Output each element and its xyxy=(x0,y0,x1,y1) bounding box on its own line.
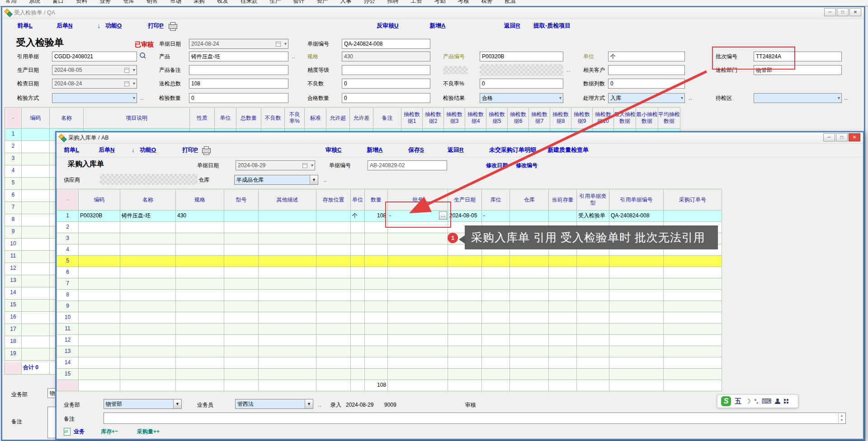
column-header[interactable]: 总数量 xyxy=(236,107,261,129)
punctuation-icon[interactable]: °, xyxy=(755,395,758,408)
row-number-cell[interactable]: 2 xyxy=(57,222,79,233)
grid-cell[interactable] xyxy=(120,278,176,290)
grid-cell[interactable] xyxy=(224,357,259,369)
grid-cell[interactable] xyxy=(549,346,577,357)
grid-cell[interactable] xyxy=(22,190,50,202)
wait-area-lookup-button[interactable]: ‥ xyxy=(844,93,849,103)
grid-cell[interactable] xyxy=(259,233,316,244)
grid-cell[interactable]: QA-240824-008 xyxy=(609,211,664,222)
grid-cell[interactable] xyxy=(79,222,120,233)
row-number-cell[interactable]: 18 xyxy=(5,336,22,348)
grid-cell[interactable] xyxy=(388,369,448,380)
grid-cell[interactable] xyxy=(365,233,388,244)
grid-cell[interactable] xyxy=(22,336,50,348)
grid-cell[interactable] xyxy=(549,335,577,346)
column-header[interactable]: 标准 xyxy=(305,107,326,129)
warehouse-lookup-button[interactable]: ‥ xyxy=(323,175,328,185)
grid-cell[interactable] xyxy=(316,301,351,312)
grid-cell[interactable] xyxy=(176,312,224,324)
grid-cell[interactable] xyxy=(482,267,510,278)
row-number-cell[interactable]: 10 xyxy=(5,239,22,251)
grid-cell[interactable] xyxy=(510,211,549,222)
column-header[interactable]: 名称 xyxy=(120,189,176,211)
grid-cell[interactable] xyxy=(448,312,482,324)
grid-cell[interactable] xyxy=(259,244,316,256)
grid-cell[interactable] xyxy=(22,214,50,226)
product-input[interactable]: 铸件压盘-坯 xyxy=(189,52,288,61)
keyboard-icon[interactable]: ⌨ xyxy=(762,395,772,408)
batch-lookup-button[interactable]: … xyxy=(439,211,447,220)
grid-cell[interactable] xyxy=(259,211,316,222)
grid-cell[interactable] xyxy=(259,324,316,335)
menu-item[interactable]: 采购 xyxy=(193,0,205,6)
grid-cell[interactable] xyxy=(577,278,609,290)
grid-cell[interactable] xyxy=(79,267,120,278)
grid-cell[interactable] xyxy=(577,369,609,380)
grid-cell[interactable] xyxy=(22,287,50,300)
corner-header-cell[interactable]: - xyxy=(57,189,79,211)
row-number-cell[interactable]: 8 xyxy=(57,290,79,301)
chevron-down-icon[interactable]: ▼ xyxy=(310,175,318,184)
grid-cell[interactable] xyxy=(79,324,120,335)
grid-cell[interactable] xyxy=(577,256,609,267)
grid-cell[interactable] xyxy=(609,267,664,278)
grid-cell[interactable] xyxy=(259,312,316,324)
grid-cell[interactable] xyxy=(22,165,50,178)
grid-cell[interactable] xyxy=(316,324,351,335)
menu-item[interactable]: 市场 xyxy=(170,0,181,6)
product-lookup-button[interactable]: ‥ xyxy=(292,52,296,61)
grid-cell[interactable] xyxy=(79,312,120,324)
grid-cell[interactable]: 铸件压盘-坯 xyxy=(120,211,176,222)
row-number-cell[interactable]: 17 xyxy=(5,324,22,336)
ref-doc-input[interactable]: CGDD-2408021 xyxy=(52,52,137,61)
grid-cell[interactable] xyxy=(79,244,120,256)
menu-item[interactable]: 业务 xyxy=(99,0,111,6)
column-header[interactable]: 不良率% xyxy=(285,107,305,129)
defects-input[interactable]: 0 xyxy=(342,79,430,89)
grid-cell[interactable] xyxy=(79,278,120,290)
grid-cell[interactable] xyxy=(351,278,365,290)
grid-cell[interactable] xyxy=(448,301,482,312)
grid-cell[interactable] xyxy=(510,267,549,278)
column-header[interactable]: 最小抽检数据 xyxy=(636,107,658,129)
row-number-cell[interactable]: 7 xyxy=(5,202,22,214)
row-number-cell[interactable]: 7 xyxy=(57,278,79,290)
row-number-cell[interactable]: 12 xyxy=(5,263,22,275)
audit-link[interactable]: 审核C xyxy=(326,144,341,156)
grid-cell[interactable] xyxy=(577,324,609,335)
printer-icon[interactable] xyxy=(202,148,211,153)
row-number-cell[interactable]: 4 xyxy=(5,165,22,178)
grid-cell[interactable] xyxy=(351,244,365,256)
grid-cell[interactable] xyxy=(510,346,549,357)
grid-cell[interactable] xyxy=(388,312,448,324)
grid-cell[interactable] xyxy=(609,346,664,357)
column-header[interactable]: 抽检数据9 xyxy=(571,107,593,129)
grid-cell[interactable] xyxy=(664,324,722,335)
row-number-cell[interactable]: 9 xyxy=(5,226,22,239)
dept-combo[interactable]: 物管部▼ xyxy=(104,399,182,409)
grid-cell[interactable] xyxy=(120,233,176,244)
grid-cell[interactable] xyxy=(482,290,510,301)
grid-cell[interactable] xyxy=(365,335,388,346)
grid-cell[interactable] xyxy=(510,278,549,290)
grid-cell[interactable] xyxy=(549,267,577,278)
grid-cell[interactable] xyxy=(120,244,176,256)
grid-cell[interactable] xyxy=(176,335,224,346)
menu-item[interactable]: 资产 xyxy=(317,0,328,6)
maximize-button[interactable]: □ xyxy=(836,133,848,141)
menu-item[interactable]: 税务 xyxy=(481,0,493,6)
grid-cell[interactable] xyxy=(482,357,510,369)
row-number-cell[interactable]: 11 xyxy=(5,251,22,263)
ime-logo-icon[interactable]: S xyxy=(721,396,731,406)
column-header[interactable]: 名称 xyxy=(50,107,84,129)
grid-cell[interactable] xyxy=(224,369,259,380)
row-number-cell[interactable]: 10 xyxy=(57,312,79,324)
row-number-cell[interactable]: 9 xyxy=(57,301,79,312)
grid-cell[interactable] xyxy=(176,346,224,357)
grid-cell[interactable] xyxy=(316,335,351,346)
grid-cell[interactable] xyxy=(482,312,510,324)
grid-cell[interactable] xyxy=(176,278,224,290)
grid-cell[interactable] xyxy=(609,256,664,267)
grid-cell[interactable] xyxy=(448,324,482,335)
grid-cell[interactable] xyxy=(549,312,577,324)
